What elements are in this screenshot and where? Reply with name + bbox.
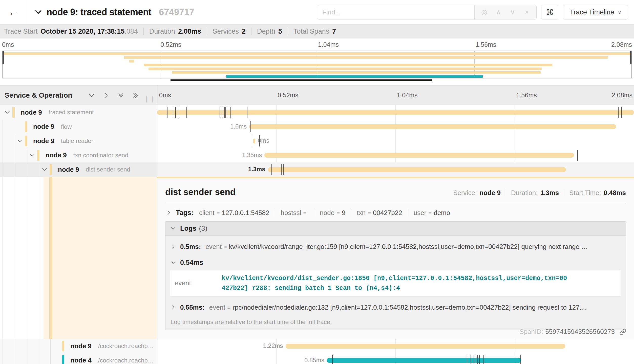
minimap-right-handle[interactable] (630, 51, 631, 64)
span-tree-cell[interactable]: node 9 /cockroach.roachpb.I... (0, 339, 157, 353)
span-bar[interactable] (286, 344, 565, 349)
span-bar-cell[interactable]: 1.22ms (157, 339, 634, 353)
log-entry-0.54ms-header[interactable]: 0.54ms (165, 252, 626, 270)
summary-depth: Depth 5 (257, 28, 282, 35)
find-next-icon[interactable]: ∨ (505, 8, 520, 16)
span-bar[interactable] (249, 124, 616, 129)
span-duration-label: 0.85ms (304, 357, 324, 364)
tag-value: demo (434, 209, 450, 217)
timeline-header: Service & Operation ❙❙ 0ms 0.52ms 1. (0, 85, 634, 105)
span-detail-panel: dist sender send Service: node 9 Duratio… (157, 177, 634, 339)
minimap-time-axis: 0ms 0.52ms 1.04ms 1.56ms 2.08ms (2, 39, 632, 50)
span-log-tick (477, 355, 478, 364)
divider (288, 28, 288, 35)
span-log-tick (252, 135, 252, 146)
span-log-tick (483, 355, 484, 364)
span-tree-cell[interactable]: node 4 /cockroach.roachpb.I... (0, 353, 157, 364)
log-value: kv/kvclient/kvcoord/range_iter.go:159 [n… (229, 243, 588, 251)
keyboard-shortcuts-button[interactable]: ⌘ (541, 5, 558, 19)
span-log-tick (476, 355, 476, 364)
divider (351, 209, 351, 217)
summary-value: 2 (242, 28, 246, 35)
span-log-tick (167, 107, 167, 118)
chevron-down-icon[interactable] (4, 109, 11, 116)
span-tree-cell[interactable]: node 9 txn coordinator send (0, 148, 157, 163)
span-row-cockroach-roachpb-node4[interactable]: node 4 /cockroach.roachpb.I... 0.85ms (0, 353, 634, 364)
span-log-tick (283, 164, 284, 175)
tags-row[interactable]: Tags: client = 127.0.0.1:54582 hostssl = (166, 209, 626, 217)
span-detail-title: dist sender send (165, 187, 236, 197)
expand-one-icon[interactable] (103, 92, 110, 99)
span-row-flow[interactable]: node 9 flow 1.6ms (0, 120, 634, 134)
collapse-one-icon[interactable] (88, 92, 95, 99)
minimap-tick: 0ms (2, 41, 14, 48)
link-icon[interactable] (619, 328, 626, 335)
span-bar[interactable] (157, 110, 634, 115)
logs-section: Logs (3) 0.5ms: event = kv/kvclient/kvco… (165, 221, 626, 330)
summary-total-spans: Total Spans 7 (293, 28, 336, 35)
chevron-down-icon (170, 225, 176, 231)
span-bar[interactable] (264, 153, 574, 158)
span-row-table-reader[interactable]: node 9 table reader 0ms (0, 134, 634, 148)
span-bar-cell[interactable] (157, 105, 634, 120)
span-duration-label: 1.35ms (242, 152, 262, 159)
minimap-left-handle[interactable] (3, 51, 4, 64)
equals-sign: = (303, 210, 306, 217)
span-tree-cell[interactable]: node 9 table reader (0, 134, 157, 148)
logs-header[interactable]: Logs (3) (165, 222, 626, 236)
chevron-down-icon[interactable] (41, 166, 48, 173)
span-bar-cell[interactable]: 0.85ms (157, 353, 634, 364)
service-operation-title: Service & Operation (5, 91, 72, 99)
view-selector-button[interactable]: Trace Timeline ∨ (563, 5, 628, 19)
log-key: event (209, 304, 225, 311)
event-value-line: kv/kvclient/kvcoord/dist_sender.go:1850 … (222, 273, 567, 283)
span-row-cockroach-roachpb-node9[interactable]: node 9 /cockroach.roachpb.I... 1.22ms (0, 339, 634, 353)
span-bar-cell[interactable]: 1.35ms (157, 148, 634, 163)
span-bar-cell[interactable]: 1.6ms (157, 120, 634, 134)
span-row-traced-statement[interactable]: node 9 traced statement (0, 105, 634, 120)
span-bar[interactable] (253, 139, 255, 143)
span-bar-cell[interactable]: 0ms (157, 134, 634, 148)
find-input[interactable] (317, 5, 474, 19)
span-log-tick (471, 355, 471, 364)
span-log-tick (577, 150, 578, 161)
page-title: node 9: traced statement (47, 7, 151, 17)
minimap-scrub-bar[interactable] (171, 79, 432, 81)
span-tree-cell[interactable]: node 9 traced statement (0, 105, 157, 120)
span-bar-cell[interactable]: 1.3ms (157, 162, 634, 177)
span-row-txn-coordinator-send[interactable]: node 9 txn coordinator send 1.35ms (0, 148, 634, 163)
ruler-tick: 2.08ms (612, 92, 632, 99)
span-log-tick (175, 107, 176, 118)
span-tree-cell[interactable]: node 9 flow (0, 120, 157, 134)
span-log-tick (220, 107, 220, 118)
find-prev-icon[interactable]: ∧ (491, 8, 505, 16)
span-row-dist-sender-send[interactable]: node 9 dist sender send 1.3ms (0, 162, 634, 177)
log-entry-0.55ms[interactable]: 0.55ms: event = rpc/nodedialer/nodediale… (165, 296, 626, 313)
service-value: node 9 (479, 189, 501, 197)
span-log-tick (332, 355, 333, 364)
expand-all-icon[interactable] (132, 92, 139, 99)
expand-collapse-controls (88, 92, 139, 99)
ruler-tick: 1.04ms (397, 92, 418, 99)
minimap-canvas[interactable] (2, 51, 632, 78)
find-group: ◎ ∧ ∨ × (317, 5, 537, 19)
collapse-all-icon[interactable] (117, 92, 124, 99)
span-tree-cell[interactable]: node 9 dist sender send (0, 162, 157, 177)
chevron-down-icon (34, 8, 43, 16)
find-clear-icon[interactable]: × (520, 8, 534, 16)
divider (143, 28, 144, 35)
column-resize-grip[interactable]: ❙❙ (144, 95, 155, 102)
chevron-down-icon[interactable] (16, 138, 23, 144)
find-match-icon[interactable]: ◎ (477, 8, 491, 16)
log-timestamp: 0.54ms (180, 259, 203, 267)
span-bar[interactable] (268, 167, 566, 172)
span-log-tick (479, 355, 480, 364)
log-entry-0.5ms[interactable]: 0.5ms: event = kv/kvclient/kvcoord/range… (165, 236, 626, 252)
span-bar[interactable] (327, 358, 521, 363)
back-button[interactable]: ← (0, 0, 27, 24)
trace-collapse-toggle[interactable] (34, 8, 43, 16)
span-log-tick (250, 121, 251, 132)
chevron-down-icon[interactable] (29, 152, 35, 159)
span-log-tick (621, 107, 622, 118)
duration-label: Duration: (511, 189, 538, 197)
